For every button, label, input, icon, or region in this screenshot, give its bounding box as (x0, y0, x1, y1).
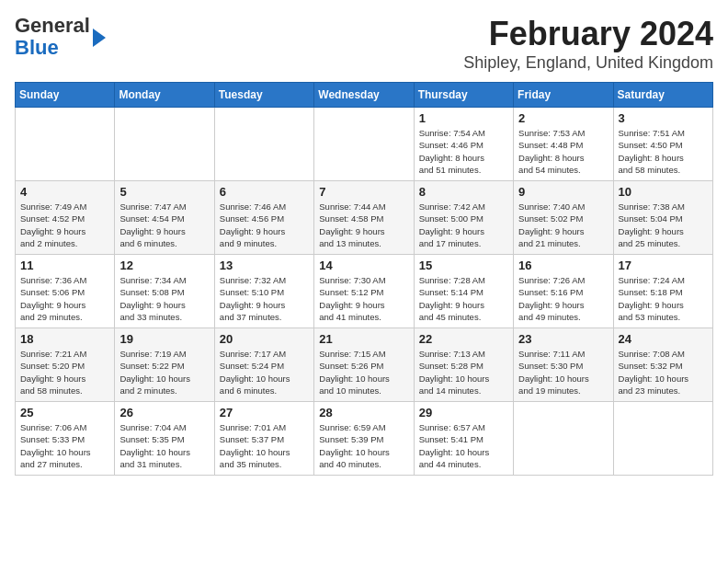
calendar-cell: 9Sunrise: 7:40 AM Sunset: 5:02 PM Daylig… (514, 181, 613, 255)
day-number: 18 (20, 332, 109, 346)
day-number: 17 (619, 259, 708, 272)
calendar-week-2: 4Sunrise: 7:49 AM Sunset: 4:52 PM Daylig… (16, 181, 713, 255)
calendar-cell: 8Sunrise: 7:42 AM Sunset: 5:00 PM Daylig… (414, 181, 513, 255)
day-number: 23 (518, 332, 608, 346)
logo-arrow-icon (93, 29, 106, 47)
calendar-cell: 22Sunrise: 7:13 AM Sunset: 5:28 PM Dayli… (414, 328, 513, 402)
day-number: 8 (419, 185, 508, 199)
day-info: Sunrise: 7:47 AM Sunset: 4:54 PM Dayligh… (119, 201, 209, 249)
day-number: 3 (619, 111, 708, 125)
header-day-friday: Friday (514, 83, 613, 108)
day-number: 5 (119, 185, 209, 199)
day-number: 27 (220, 406, 309, 419)
calendar-cell: 13Sunrise: 7:32 AM Sunset: 5:10 PM Dayli… (214, 255, 313, 328)
day-number: 4 (20, 185, 109, 199)
calendar-cell (214, 108, 313, 181)
day-info: Sunrise: 7:30 AM Sunset: 5:12 PM Dayligh… (319, 274, 408, 323)
day-number: 1 (419, 111, 508, 125)
day-info: Sunrise: 7:01 AM Sunset: 5:37 PM Dayligh… (220, 421, 309, 470)
calendar-cell: 7Sunrise: 7:44 AM Sunset: 4:58 PM Daylig… (314, 181, 414, 255)
day-info: Sunrise: 7:26 AM Sunset: 5:16 PM Dayligh… (518, 274, 608, 323)
day-info: Sunrise: 7:06 AM Sunset: 5:33 PM Dayligh… (20, 421, 109, 470)
calendar-cell: 17Sunrise: 7:24 AM Sunset: 5:18 PM Dayli… (613, 255, 712, 328)
day-info: Sunrise: 7:44 AM Sunset: 4:58 PM Dayligh… (319, 201, 408, 249)
calendar-cell: 25Sunrise: 7:06 AM Sunset: 5:33 PM Dayli… (16, 402, 115, 476)
calendar-week-5: 25Sunrise: 7:06 AM Sunset: 5:33 PM Dayli… (16, 402, 713, 476)
day-number: 11 (20, 259, 109, 272)
day-number: 28 (319, 406, 408, 419)
logo-blue: Blue (15, 36, 59, 59)
header-day-saturday: Saturday (613, 83, 712, 108)
day-info: Sunrise: 7:49 AM Sunset: 4:52 PM Dayligh… (20, 201, 109, 249)
calendar-cell: 12Sunrise: 7:34 AM Sunset: 5:08 PM Dayli… (115, 255, 214, 328)
calendar-cell: 18Sunrise: 7:21 AM Sunset: 5:20 PM Dayli… (16, 328, 115, 402)
calendar-cell: 21Sunrise: 7:15 AM Sunset: 5:26 PM Dayli… (314, 328, 414, 402)
day-number: 15 (419, 259, 508, 272)
day-number: 20 (220, 332, 309, 346)
day-info: Sunrise: 7:46 AM Sunset: 4:56 PM Dayligh… (220, 201, 309, 249)
calendar-week-4: 18Sunrise: 7:21 AM Sunset: 5:20 PM Dayli… (16, 328, 713, 402)
day-info: Sunrise: 7:19 AM Sunset: 5:22 PM Dayligh… (119, 348, 209, 396)
calendar-cell: 1Sunrise: 7:54 AM Sunset: 4:46 PM Daylig… (414, 108, 513, 181)
calendar-table: SundayMondayTuesdayWednesdayThursdayFrid… (15, 82, 713, 476)
day-info: Sunrise: 7:13 AM Sunset: 5:28 PM Dayligh… (419, 348, 508, 396)
page-title: February 2024 (463, 15, 713, 53)
header-day-tuesday: Tuesday (214, 83, 313, 108)
day-number: 12 (119, 259, 209, 272)
day-info: Sunrise: 6:59 AM Sunset: 5:39 PM Dayligh… (319, 421, 408, 470)
day-number: 19 (119, 332, 209, 346)
calendar-cell (16, 108, 115, 181)
day-number: 2 (518, 111, 608, 125)
page-subtitle: Shipley, England, United Kingdom (463, 53, 713, 73)
calendar-cell: 27Sunrise: 7:01 AM Sunset: 5:37 PM Dayli… (214, 402, 313, 476)
day-info: Sunrise: 7:36 AM Sunset: 5:06 PM Dayligh… (20, 274, 109, 323)
header: General Blue February 2024 Shipley, Engl… (15, 15, 713, 73)
day-info: Sunrise: 7:53 AM Sunset: 4:48 PM Dayligh… (518, 127, 608, 176)
calendar-cell: 24Sunrise: 7:08 AM Sunset: 5:32 PM Dayli… (613, 328, 712, 402)
calendar-cell (314, 108, 414, 181)
calendar-cell: 20Sunrise: 7:17 AM Sunset: 5:24 PM Dayli… (214, 328, 313, 402)
day-number: 22 (419, 332, 508, 346)
calendar-cell (514, 402, 613, 476)
day-info: Sunrise: 7:04 AM Sunset: 5:35 PM Dayligh… (119, 421, 209, 470)
header-day-sunday: Sunday (16, 83, 115, 108)
calendar-cell: 15Sunrise: 7:28 AM Sunset: 5:14 PM Dayli… (414, 255, 513, 328)
calendar-header-row: SundayMondayTuesdayWednesdayThursdayFrid… (16, 83, 713, 108)
day-info: Sunrise: 7:21 AM Sunset: 5:20 PM Dayligh… (20, 348, 109, 396)
header-day-monday: Monday (115, 83, 214, 108)
day-info: Sunrise: 7:11 AM Sunset: 5:30 PM Dayligh… (518, 348, 608, 396)
calendar-cell: 19Sunrise: 7:19 AM Sunset: 5:22 PM Dayli… (115, 328, 214, 402)
header-day-thursday: Thursday (414, 83, 513, 108)
day-number: 10 (619, 185, 708, 199)
calendar-week-3: 11Sunrise: 7:36 AM Sunset: 5:06 PM Dayli… (16, 255, 713, 328)
day-number: 16 (518, 259, 608, 272)
day-number: 13 (220, 259, 309, 272)
calendar-week-1: 1Sunrise: 7:54 AM Sunset: 4:46 PM Daylig… (16, 108, 713, 181)
calendar-cell (613, 402, 712, 476)
day-number: 21 (319, 332, 408, 346)
day-info: Sunrise: 7:42 AM Sunset: 5:00 PM Dayligh… (419, 201, 508, 249)
day-number: 9 (518, 185, 608, 199)
day-info: Sunrise: 7:15 AM Sunset: 5:26 PM Dayligh… (319, 348, 408, 396)
day-info: Sunrise: 7:28 AM Sunset: 5:14 PM Dayligh… (419, 274, 508, 323)
day-info: Sunrise: 7:17 AM Sunset: 5:24 PM Dayligh… (220, 348, 309, 396)
calendar-cell: 23Sunrise: 7:11 AM Sunset: 5:30 PM Dayli… (514, 328, 613, 402)
day-info: Sunrise: 7:34 AM Sunset: 5:08 PM Dayligh… (119, 274, 209, 323)
day-info: Sunrise: 7:40 AM Sunset: 5:02 PM Dayligh… (518, 201, 608, 249)
logo-general: General (15, 14, 90, 37)
day-number: 25 (20, 406, 109, 419)
logo: General Blue (15, 15, 106, 59)
calendar-cell (115, 108, 214, 181)
day-number: 6 (220, 185, 309, 199)
day-number: 24 (619, 332, 708, 346)
day-info: Sunrise: 7:08 AM Sunset: 5:32 PM Dayligh… (619, 348, 708, 396)
day-number: 7 (319, 185, 408, 199)
calendar-cell: 10Sunrise: 7:38 AM Sunset: 5:04 PM Dayli… (613, 181, 712, 255)
calendar-cell: 26Sunrise: 7:04 AM Sunset: 5:35 PM Dayli… (115, 402, 214, 476)
calendar-cell: 6Sunrise: 7:46 AM Sunset: 4:56 PM Daylig… (214, 181, 313, 255)
day-info: Sunrise: 6:57 AM Sunset: 5:41 PM Dayligh… (419, 421, 508, 470)
day-info: Sunrise: 7:38 AM Sunset: 5:04 PM Dayligh… (619, 201, 708, 249)
title-area: February 2024 Shipley, England, United K… (463, 15, 713, 73)
calendar-cell: 3Sunrise: 7:51 AM Sunset: 4:50 PM Daylig… (613, 108, 712, 181)
day-info: Sunrise: 7:24 AM Sunset: 5:18 PM Dayligh… (619, 274, 708, 323)
